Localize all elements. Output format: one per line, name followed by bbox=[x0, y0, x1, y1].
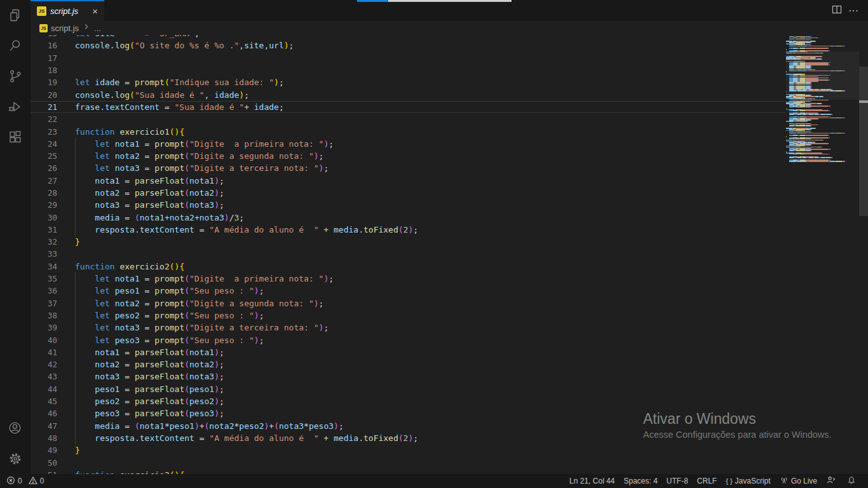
code-line-50: 50 bbox=[31, 456, 786, 468]
status-bar: 0 0 Ln 21, Col 44 Spaces: 4 UTF-8 bbox=[0, 474, 868, 488]
code-line-44: 44 peso1 = parseFloat(peso1); bbox=[31, 383, 786, 395]
code-line-16: 16console.log("O site do %s é %o .",site… bbox=[31, 39, 786, 51]
vscode-window: JS script.js × ⋯ JS script.js ... 15let … bbox=[0, 0, 868, 488]
code-line-18: 18 bbox=[31, 64, 786, 76]
scrollbar-thumb[interactable] bbox=[859, 67, 868, 216]
code-line-29: 29 nota3 = parseFloat(nota3); bbox=[31, 199, 786, 211]
code-line-28: 28 nota2 = parseFloat(nota2); bbox=[31, 187, 786, 199]
code-lines: 15let site = "SP_BRK";16console.log("O s… bbox=[31, 35, 786, 474]
code-line-42: 42 nota2 = parseFloat(nota2); bbox=[31, 358, 786, 370]
breadcrumb-file[interactable]: script.js bbox=[51, 24, 79, 33]
braces-icon: { } bbox=[726, 477, 732, 485]
chevron-right-icon bbox=[82, 22, 91, 34]
settings-gear-icon[interactable] bbox=[0, 444, 31, 474]
code-line-39: 39 let nota3 = prompt("Digite a terceira… bbox=[31, 322, 786, 334]
screen-edge-artifact-blue bbox=[357, 0, 388, 2]
code-line-51: 51function exercicio3(){ bbox=[31, 469, 786, 474]
code-line-26: 26 let nota3 = prompt("Digite a terceira… bbox=[31, 162, 786, 174]
bell-icon bbox=[847, 476, 856, 487]
code-line-19: 19let idade = prompt("Indique sua idade:… bbox=[31, 76, 786, 88]
split-editor-icon[interactable] bbox=[832, 4, 842, 17]
overview-ruler-cursor-mark bbox=[859, 100, 868, 103]
code-line-24: 24 let nota1 = prompt("Digite a primeira… bbox=[31, 138, 786, 150]
warning-count: 0 bbox=[40, 477, 44, 485]
files-icon[interactable] bbox=[0, 0, 31, 30]
code-line-15: 15let site = "SP_BRK"; bbox=[31, 35, 786, 39]
problems-indicator[interactable]: 0 0 bbox=[6, 474, 45, 488]
breadcrumb-symbol[interactable]: ... bbox=[94, 24, 101, 33]
error-count: 0 bbox=[18, 477, 22, 485]
screen-edge-artifact-light bbox=[388, 0, 512, 2]
indentation-setting[interactable]: Spaces: 4 bbox=[619, 474, 661, 488]
code-line-41: 41 nota1 = parseFloat(nota1); bbox=[31, 346, 786, 358]
error-icon bbox=[6, 476, 15, 487]
extensions-icon[interactable] bbox=[0, 122, 31, 152]
code-line-49: 49} bbox=[31, 444, 786, 456]
code-line-25: 25 let nota2 = prompt("Digite a segunda … bbox=[31, 150, 786, 162]
code-line-31: 31 resposta.textContent = "A média do al… bbox=[31, 224, 786, 236]
cursor-position[interactable]: Ln 21, Col 44 bbox=[565, 474, 619, 488]
eol-setting[interactable]: CRLF bbox=[693, 474, 721, 488]
code-line-23: 23function exercicio1(){ bbox=[31, 125, 786, 137]
code-line-38: 38 let peso2 = prompt("Seu peso : "); bbox=[31, 309, 786, 322]
activity-bar bbox=[0, 0, 31, 474]
run-debug-icon[interactable] bbox=[0, 92, 31, 122]
tab-bar: JS script.js × ⋯ bbox=[31, 0, 868, 21]
code-line-37: 37 let nota2 = prompt("Digite a segunda … bbox=[31, 297, 786, 309]
encoding-setting[interactable]: UTF-8 bbox=[662, 474, 693, 488]
tab-scriptjs[interactable]: JS script.js × bbox=[31, 0, 104, 21]
broadcast-icon bbox=[780, 476, 789, 487]
code-line-32: 32} bbox=[31, 236, 786, 248]
code-line-33: 33 bbox=[31, 248, 786, 260]
code-line-46: 46 peso3 = parseFloat(peso3); bbox=[31, 407, 786, 419]
code-line-21: 21frase.textContent = "Sua idade é "+ id… bbox=[31, 101, 786, 113]
code-line-34: 34function exercicio2(){ bbox=[31, 261, 786, 273]
tab-label: script.js bbox=[50, 6, 87, 16]
code-line-48: 48 resposta.textContent = "A média do al… bbox=[31, 432, 786, 444]
notifications-button[interactable] bbox=[843, 474, 863, 488]
code-line-22: 22 bbox=[31, 113, 786, 125]
code-line-27: 27 nota1 = parseFloat(nota1); bbox=[31, 175, 786, 187]
code-line-17: 17 bbox=[31, 52, 786, 64]
minimap-slider[interactable] bbox=[786, 51, 859, 100]
code-line-20: 20console.log("Sua idade é ", idade); bbox=[31, 88, 786, 100]
breadcrumb: JS script.js ... bbox=[31, 21, 868, 35]
close-tab-icon[interactable]: × bbox=[91, 6, 99, 16]
code-editor[interactable]: 15let site = "SP_BRK";16console.log("O s… bbox=[31, 35, 868, 474]
code-line-45: 45 peso2 = parseFloat(peso2); bbox=[31, 395, 786, 407]
person-feedback-icon bbox=[826, 475, 836, 487]
code-line-35: 35 let nota1 = prompt("Digite a primeira… bbox=[31, 273, 786, 285]
minimap[interactable] bbox=[786, 35, 859, 474]
code-line-30: 30 media = (nota1+nota2+nota3)/3; bbox=[31, 211, 786, 223]
vertical-scrollbar[interactable] bbox=[859, 35, 868, 474]
editor-actions: ⋯ bbox=[832, 0, 868, 21]
code-line-43: 43 nota3 = parseFloat(nota3); bbox=[31, 370, 786, 383]
more-actions-icon[interactable]: ⋯ bbox=[848, 4, 859, 17]
code-line-47: 47 media = (nota1*peso1)+(nota2*peso2)+(… bbox=[31, 420, 786, 432]
code-line-36: 36 let peso1 = prompt("Seu peso : "); bbox=[31, 285, 786, 297]
account-icon[interactable] bbox=[0, 413, 31, 444]
language-mode[interactable]: { } JavaScript bbox=[721, 474, 775, 488]
feedback-button[interactable] bbox=[822, 474, 843, 488]
code-line-40: 40 let peso3 = prompt("Seu peso : "); bbox=[31, 334, 786, 346]
source-control-icon[interactable] bbox=[0, 61, 31, 92]
warning-icon bbox=[29, 476, 37, 487]
go-live-button[interactable]: Go Live bbox=[775, 474, 822, 488]
javascript-file-icon: JS bbox=[39, 24, 48, 32]
javascript-file-icon: JS bbox=[37, 6, 46, 16]
search-icon[interactable] bbox=[0, 30, 31, 61]
